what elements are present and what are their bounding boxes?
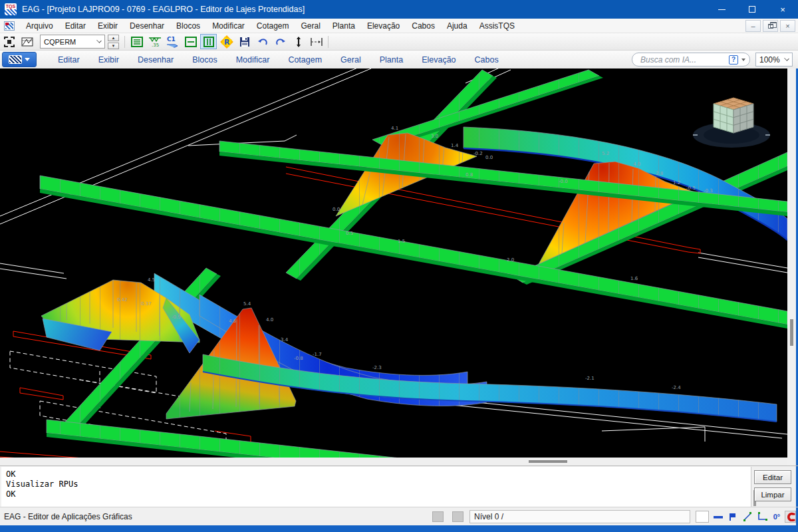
- axis-icon[interactable]: [755, 511, 769, 523]
- console-output[interactable]: OKVisualizar RPUsOK: [1, 467, 751, 507]
- tab-blocos[interactable]: Blocos: [183, 53, 227, 67]
- moment-value-label: 0.42: [117, 297, 128, 303]
- menu-item-blocos[interactable]: Blocos: [170, 19, 206, 33]
- menu-item-planta[interactable]: Planta: [327, 19, 361, 33]
- status-indicator-1[interactable]: [432, 511, 444, 522]
- menu-items: ArquivoEditarExibirDesenharBlocosModific…: [20, 19, 521, 33]
- level-panel: Nível 0 /: [469, 510, 690, 523]
- vlines-icon[interactable]: [200, 34, 217, 49]
- c1-pen-icon[interactable]: C1: [164, 34, 181, 49]
- moment-value-label: -0.9: [172, 315, 181, 320]
- close-button[interactable]: ×: [767, 0, 798, 19]
- menu-item-desenhar[interactable]: Desenhar: [124, 19, 170, 33]
- thick-line-icon[interactable]: [712, 511, 725, 523]
- menu-item-ajuda[interactable]: Ajuda: [441, 19, 473, 33]
- menu-item-cabos[interactable]: Cabos: [406, 19, 441, 33]
- horizontal-scrollbar[interactable]: [0, 458, 787, 466]
- layer-spinner[interactable]: ▲ ▼: [108, 35, 119, 49]
- weir-035-icon[interactable]: .35: [146, 34, 163, 49]
- menu-item-exibir[interactable]: Exibir: [92, 19, 124, 33]
- angle-zero-icon[interactable]: 0°: [770, 511, 783, 523]
- moment-value-label: 4.0: [266, 317, 273, 323]
- hline-icon[interactable]: [182, 34, 199, 49]
- menu-item-assistqs[interactable]: AssisTQS: [473, 19, 521, 33]
- menu-item-arquivo[interactable]: Arquivo: [20, 19, 59, 33]
- drawing-canvas[interactable]: 4.13.01.4-0.20.00.05.24.02.81.2-0.5-0.34…: [0, 68, 787, 458]
- moment-value-label: 0.0: [485, 155, 493, 160]
- mdi-restore-button[interactable]: [763, 20, 778, 32]
- document-icon[interactable]: [4, 21, 15, 31]
- moment-value-label: 1.2: [673, 180, 680, 186]
- moment-value-label: 2.8: [656, 171, 663, 176]
- vertical-spacing-icon[interactable]: [290, 34, 307, 49]
- status-app-label: EAG - Editor de Aplicações Gráficas: [4, 512, 132, 521]
- tab-planta[interactable]: Planta: [370, 53, 412, 67]
- console-edit-button[interactable]: Editar: [754, 470, 791, 484]
- mdi-minimize-button[interactable]: –: [745, 20, 761, 32]
- moment-value-label: 4.0: [633, 162, 640, 167]
- magnet-icon[interactable]: [785, 511, 796, 523]
- moment-value-label: 4.6: [229, 319, 237, 324]
- layer-combobox[interactable]: CQPERM: [40, 35, 105, 49]
- tab-cotagem[interactable]: Cotagem: [279, 53, 331, 67]
- minimize-icon: [718, 9, 726, 10]
- menu-item-modificar[interactable]: Modificar: [206, 19, 251, 33]
- zoom-select[interactable]: 100%: [755, 53, 793, 66]
- search-dropdown-icon[interactable]: [741, 59, 745, 61]
- hatch-window-icon[interactable]: [19, 34, 35, 49]
- flag-icon[interactable]: [726, 511, 739, 523]
- dimension-icon[interactable]: [308, 34, 325, 49]
- console-clear-button[interactable]: Limpar: [754, 487, 791, 501]
- search-placeholder: Busca com IA...: [640, 55, 729, 65]
- vertical-scrollbar[interactable]: [787, 68, 796, 458]
- moment-value-label: 5.2: [602, 151, 609, 156]
- moment-value-label: 1.6: [630, 276, 638, 281]
- undo-icon[interactable]: [254, 34, 271, 49]
- tab-exibir[interactable]: Exibir: [89, 53, 128, 67]
- tab-editar[interactable]: Editar: [49, 53, 89, 67]
- moment-value-label: -0.3: [704, 188, 713, 194]
- menu-item-cotagem[interactable]: Cotagem: [251, 19, 295, 33]
- vertical-scrollbar-thumb[interactable]: [790, 319, 793, 346]
- status-indicator-2[interactable]: [452, 511, 464, 522]
- moment-value-label: 4.1: [391, 126, 398, 131]
- capture-frame-icon[interactable]: [1, 34, 17, 49]
- toolbar: CQPERM ▲ ▼ .35 C1 R: [0, 33, 798, 51]
- r-star-icon[interactable]: R: [218, 34, 235, 49]
- console-line: OK: [6, 489, 751, 499]
- mdi-close-button[interactable]: ×: [780, 20, 795, 32]
- svg-text:C1: C1: [167, 36, 176, 43]
- spinner-up-icon[interactable]: ▲: [108, 35, 119, 41]
- minimize-button[interactable]: [706, 0, 737, 19]
- maximize-icon: [749, 6, 755, 13]
- horizontal-scrollbar-thumb[interactable]: [529, 460, 567, 463]
- tab-modificar[interactable]: Modificar: [227, 53, 279, 67]
- redo-icon[interactable]: [272, 34, 289, 49]
- ai-search-box[interactable]: Busca com IA... ?: [632, 53, 750, 66]
- console-line: Visualizar RPUs: [6, 479, 751, 489]
- blank-cell[interactable]: [696, 511, 709, 523]
- window-title: EAG - [Projeto LAJPRO09 - 0769 - EAGLPRO…: [22, 5, 305, 14]
- tab-cabos[interactable]: Cabos: [466, 53, 508, 67]
- tab-desenhar[interactable]: Desenhar: [128, 53, 183, 67]
- chevron-down-icon: [96, 38, 102, 43]
- menu-item-editar[interactable]: Editar: [59, 19, 92, 33]
- diagonal-line-icon[interactable]: [741, 511, 754, 523]
- app-menu-button[interactable]: [2, 52, 37, 67]
- tab-geral[interactable]: Geral: [331, 53, 370, 67]
- levels-list-icon[interactable]: [128, 34, 145, 49]
- tab-elevacao[interactable]: Elevação: [412, 53, 465, 67]
- spinner-down-icon[interactable]: ▼: [108, 43, 119, 49]
- moment-value-label: -0.5: [686, 186, 696, 191]
- command-console: OKVisualizar RPUsOK Editar Limpar: [0, 466, 798, 507]
- menu-item-elevacao[interactable]: Elevação: [361, 19, 406, 33]
- help-icon[interactable]: ?: [729, 55, 738, 65]
- status-bar: EAG - Editor de Aplicações Gráficas Níve…: [0, 507, 798, 525]
- moment-value-label: 0.37: [141, 301, 152, 307]
- zoom-value: 100%: [759, 55, 780, 65]
- menu-item-geral[interactable]: Geral: [295, 19, 327, 33]
- ribbon-tabs: EditarExibirDesenharBlocosModificarCotag…: [49, 53, 508, 67]
- maximize-button[interactable]: [737, 0, 767, 19]
- moment-value-label: 1.4: [451, 143, 459, 148]
- save-icon[interactable]: [236, 34, 253, 49]
